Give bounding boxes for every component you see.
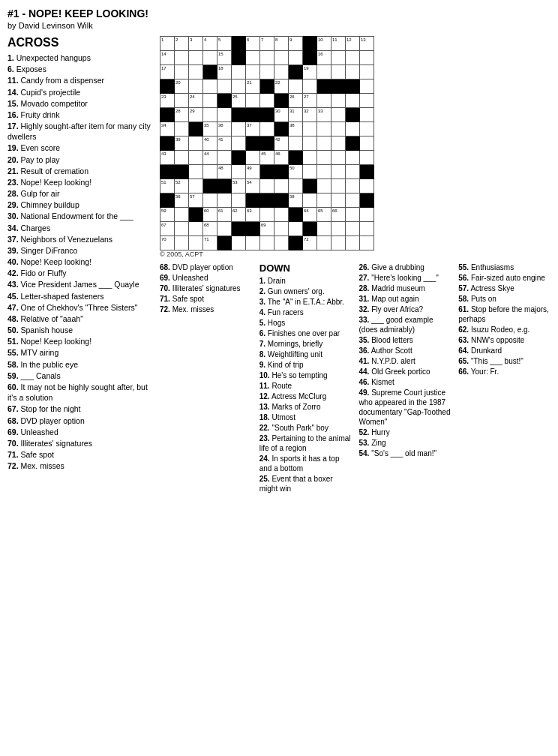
cell-10-1: 52 bbox=[175, 179, 189, 194]
cell-2-6 bbox=[246, 65, 260, 80]
cell-0-11: 10 bbox=[317, 37, 332, 51]
cell-4-13 bbox=[346, 94, 360, 108]
cell-7-4: 41 bbox=[218, 136, 232, 151]
cell-10-10 bbox=[303, 179, 317, 194]
across-clue-29: 29. Chimney buildup bbox=[8, 200, 154, 210]
cell-8-6 bbox=[246, 151, 260, 165]
down-clue-13: 13. Marks of Zorro bbox=[260, 402, 352, 412]
cell-9-2 bbox=[189, 165, 203, 179]
cell-12-10: 64 bbox=[303, 208, 317, 222]
cell-2-10: 19 bbox=[303, 65, 317, 80]
cell-6-3: 35 bbox=[203, 122, 218, 136]
cell-14-0: 70 bbox=[160, 236, 175, 250]
cell-4-12 bbox=[332, 94, 346, 108]
cell-4-5: 25 bbox=[232, 94, 246, 108]
down-clue-3: 3. The "A" in E.T.A.: Abbr. bbox=[260, 297, 352, 307]
cell-11-1: 56 bbox=[175, 194, 189, 208]
across-clue-23: 23. Nope! Keep looking! bbox=[8, 177, 154, 188]
cell-6-11 bbox=[317, 122, 332, 136]
across-clue-69: 69. Unleashed bbox=[8, 427, 154, 437]
cell-2-0: 17 bbox=[160, 65, 175, 80]
cell-0-6: 6 bbox=[246, 37, 260, 51]
cell-12-12: 66 bbox=[332, 208, 346, 222]
down-clue-31: 31. Map out again bbox=[359, 294, 452, 304]
puzzle-title: #1 - NOPE! KEEP LOOKING! bbox=[8, 8, 550, 20]
crossword-grid: 1234567891011121314151617181920212223242… bbox=[160, 36, 374, 250]
cell-14-14 bbox=[360, 236, 374, 250]
cell-6-0: 34 bbox=[160, 122, 175, 136]
cell-6-4: 36 bbox=[218, 122, 232, 136]
across-clue-19: 19. Even score bbox=[8, 142, 154, 153]
across-bottom-clue-70: 70. Illiterates' signatures bbox=[160, 284, 252, 293]
down-clue-12: 12. Actress McClurg bbox=[260, 392, 352, 401]
cell-3-9 bbox=[289, 80, 303, 94]
cell-4-6 bbox=[246, 94, 260, 108]
cell-14-5 bbox=[232, 236, 246, 250]
across-clue-11: 11. Candy from a dispenser bbox=[8, 75, 154, 86]
cell-5-8: 30 bbox=[274, 108, 289, 122]
down-clue-58: 58. Puts on bbox=[458, 294, 550, 304]
cell-8-5 bbox=[232, 151, 246, 165]
crossword-grid-container: 1234567891011121314151617181920212223242… bbox=[160, 36, 550, 258]
down-clue-65: 65. "This ___ bust!" bbox=[458, 356, 550, 366]
across-clue-15: 15. Movado competitor bbox=[8, 98, 154, 109]
down-clue-64: 64. Drunkard bbox=[458, 346, 550, 356]
across-clue-47: 47. One of Chekhov's "Three Sisters" bbox=[8, 302, 154, 313]
across-clue-20: 20. Pay to play bbox=[8, 154, 154, 165]
cell-1-0: 14 bbox=[160, 51, 175, 65]
cell-8-7: 45 bbox=[260, 151, 274, 165]
cell-12-7 bbox=[260, 208, 274, 222]
cell-12-13 bbox=[346, 208, 360, 222]
cell-10-4 bbox=[218, 179, 232, 194]
cell-5-9: 31 bbox=[289, 108, 303, 122]
cell-5-3 bbox=[203, 108, 218, 122]
cell-11-10 bbox=[303, 194, 317, 208]
across-clue-55: 55. MTV airing bbox=[8, 347, 154, 358]
cell-4-2: 24 bbox=[189, 94, 203, 108]
cell-9-5 bbox=[232, 165, 246, 179]
cell-3-11 bbox=[317, 80, 332, 94]
across-clue-42: 42. Fido or Fluffy bbox=[8, 268, 154, 278]
cell-13-9 bbox=[289, 222, 303, 236]
cell-13-0: 67 bbox=[160, 222, 175, 236]
cell-9-14 bbox=[360, 165, 374, 179]
across-clue-34: 34. Charges bbox=[8, 223, 154, 233]
cell-4-4 bbox=[218, 94, 232, 108]
cell-13-13 bbox=[346, 222, 360, 236]
cell-4-7 bbox=[260, 94, 274, 108]
cell-14-8 bbox=[274, 236, 289, 250]
cell-0-7: 7 bbox=[260, 37, 274, 51]
cell-8-11 bbox=[317, 151, 332, 165]
across-clue-60: 60. It may not be highly sought after, b… bbox=[8, 382, 154, 403]
across-clue-70: 70. Illiterates' signatures bbox=[8, 438, 154, 448]
across-clue-40: 40. Nope! Keep looking! bbox=[8, 256, 154, 267]
cell-13-10 bbox=[303, 222, 317, 236]
cell-7-8: 42 bbox=[274, 136, 289, 151]
cell-4-9: 26 bbox=[289, 94, 303, 108]
cell-3-4 bbox=[218, 80, 232, 94]
cell-6-14 bbox=[360, 122, 374, 136]
cell-14-1 bbox=[175, 236, 189, 250]
cell-6-13 bbox=[346, 122, 360, 136]
cell-2-13 bbox=[346, 65, 360, 80]
down-clue-32: 32. Fly over Africa? bbox=[359, 304, 452, 314]
cell-13-5 bbox=[232, 222, 246, 236]
cell-1-1 bbox=[175, 51, 189, 65]
cell-8-13 bbox=[346, 151, 360, 165]
bottom-clues-area: 68. DVD player option69. Unleashed70. Il… bbox=[160, 262, 550, 494]
cell-1-4: 15 bbox=[218, 51, 232, 65]
cell-11-3 bbox=[203, 194, 218, 208]
cell-10-5: 53 bbox=[232, 179, 246, 194]
cell-0-1: 2 bbox=[175, 37, 189, 51]
cell-1-2 bbox=[189, 51, 203, 65]
cell-12-4: 61 bbox=[218, 208, 232, 222]
down-clue-41: 41. N.Y.P.D. alert bbox=[359, 356, 452, 366]
cell-8-9 bbox=[289, 151, 303, 165]
across-clue-14: 14. Cupid's projectile bbox=[8, 87, 154, 98]
cell-3-10 bbox=[303, 80, 317, 94]
cell-1-5 bbox=[232, 51, 246, 65]
down-clue-28: 28. Madrid museum bbox=[359, 284, 452, 293]
cell-6-6: 37 bbox=[246, 122, 260, 136]
down-clue-52: 52. Hurry bbox=[359, 428, 452, 437]
cell-2-3 bbox=[203, 65, 218, 80]
